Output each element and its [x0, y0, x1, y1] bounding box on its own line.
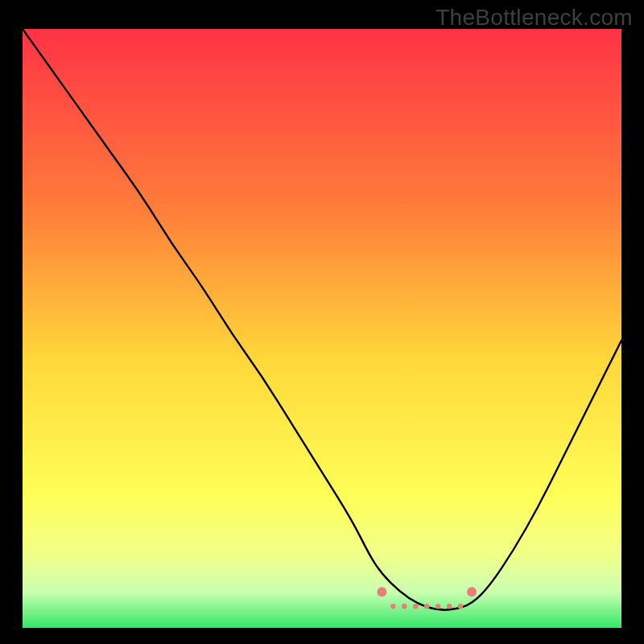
watermark-text: TheBottleneck.com: [436, 5, 633, 31]
gradient-background: [23, 29, 621, 628]
highlight-dot: [458, 604, 463, 609]
highlight-dot: [402, 604, 407, 609]
chart-svg: [23, 29, 621, 628]
plot-area: [23, 29, 621, 628]
highlight-dot: [447, 604, 452, 609]
highlight-dot: [436, 604, 440, 609]
highlight-endpoint: [377, 587, 386, 597]
highlight-dot: [390, 604, 395, 609]
highlight-endpoint: [467, 587, 477, 597]
highlight-dot: [424, 604, 429, 609]
highlight-dot: [413, 604, 418, 609]
chart-frame: TheBottleneck.com: [0, 0, 644, 644]
